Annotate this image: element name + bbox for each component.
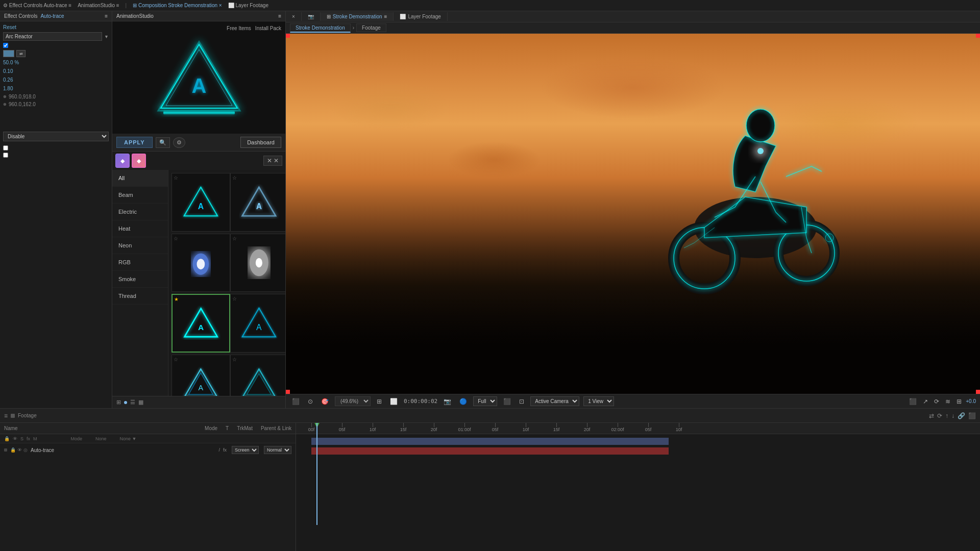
gem-tab-icon[interactable]: ◆ [115,154,130,168]
preset-item-4[interactable]: ☆ [230,234,286,292]
layer-lock-btn[interactable]: 🔒 [10,447,16,453]
star-icon-7[interactable]: ☆ [174,357,178,362]
dashboard-button[interactable]: Dashboard [240,137,281,148]
preset-item-1[interactable]: ☆ A [172,173,230,232]
screen-btn[interactable]: ⬛ [501,397,513,406]
star-icon-3[interactable]: ☆ [174,236,178,241]
solo-icon: S [20,436,23,441]
category-thread[interactable]: Thread [112,288,168,305]
layer-solo-btn[interactable]: ◎ [23,447,28,453]
sync-btn[interactable]: ⟳ [932,397,941,406]
param3-label[interactable]: 1.80 [3,86,13,91]
preset-select[interactable]: Arc Reactor [3,32,102,41]
svg-marker-8 [242,187,276,216]
star-icon-1[interactable]: ☆ [174,175,178,181]
comp-tab-close[interactable]: × [286,12,302,21]
animation-studio-tab[interactable]: AnimationStudio ≡ [78,3,119,8]
apply-button[interactable]: APPLY [116,137,153,148]
comp-tab-stroke[interactable]: ⊞ Stroke Demonstration ≡ [321,12,394,21]
color-swatch-icon[interactable] [3,50,14,57]
list-view-icon[interactable]: ☰ [130,399,135,406]
category-neon[interactable]: Neon [112,237,168,254]
comp-tab-menu[interactable]: ≡ [384,14,387,19]
layer-footage-tab[interactable]: ⬜ Layer Footage [394,12,448,21]
param2-label[interactable]: 0.26 [3,77,13,83]
star-icon-6[interactable]: ☆ [232,296,237,302]
preview-btn[interactable]: ⊙ [306,397,315,406]
tick-110f [526,423,526,427]
mode-dropdown[interactable]: Screen [232,446,259,454]
as-menu-icon[interactable]: ≡ [278,13,281,19]
reset-link[interactable]: Reset [3,24,109,30]
category-smoke[interactable]: Smoke [112,271,168,288]
size-btn[interactable]: ⊡ [517,397,526,406]
rider-container [653,64,878,319]
composition-tab[interactable]: ⊞ Composition Stroke Demonstration × [133,3,222,8]
tick-0 [311,423,312,427]
comp-tab-camera[interactable]: 📷 [302,12,321,21]
snap-btn[interactable]: ⊞ [954,397,964,406]
preset-item-6[interactable]: ☆ A [230,294,286,353]
grid2-view-icon[interactable]: ▦ [138,399,143,406]
layer-fx: fx [223,447,227,453]
star-icon-4[interactable]: ☆ [232,236,237,241]
tl-btn1[interactable]: ⇄ [929,412,934,419]
disable-select[interactable]: Disable [3,132,109,141]
toggle-view-btn[interactable]: ⬛ [290,397,302,406]
preset-item-7[interactable]: ☆ A [172,355,230,396]
preset-item-8[interactable]: ☆ [230,355,286,396]
preset-item-2[interactable]: ☆ A [230,173,286,232]
mask-btn[interactable]: 🔵 [457,397,469,406]
category-all[interactable]: All [112,170,168,187]
sub-tab-footage[interactable]: Footage [356,23,386,32]
info-btn[interactable]: 🎯 [319,397,331,406]
zoom-select[interactable]: (49.6%) [335,396,371,406]
render-btn[interactable]: ⬛ [907,397,919,406]
category-heat[interactable]: Heat [112,220,168,237]
gem2-tab-icon[interactable]: ◆ [132,154,146,168]
checkbox-1[interactable] [3,43,8,48]
motion-btn[interactable]: ≋ [943,397,952,406]
preset-svg-8 [239,363,279,396]
timeline-menu-icon[interactable]: ≡ [4,412,8,419]
effect-controls-tab[interactable]: ⚙ Effect Controls Auto-trace ≡ [3,3,71,8]
star-icon-8[interactable]: ☆ [232,357,237,362]
preset-item-5[interactable]: ★ A [172,294,230,353]
settings-circle-button[interactable]: ⚙ [173,137,185,148]
tl-btn5[interactable]: 🔗 [958,412,965,419]
channel-btn[interactable]: ⬜ [388,397,400,406]
tl-btn3[interactable]: ↑ [945,412,948,419]
timeline-left: Name Mode T TrkMat Parent & Link 🔒 👁 S f… [0,423,296,551]
panel-menu-icon[interactable]: ≡ [105,13,108,19]
normal-dropdown[interactable]: Normal [264,446,291,454]
category-electric[interactable]: Electric [112,204,168,220]
tl-btn2[interactable]: ⟳ [937,412,942,419]
tl-btn4[interactable]: ↓ [951,412,954,419]
star-icon-5[interactable]: ★ [174,296,179,302]
layer-footage-tab[interactable]: ⬜ Layer Footage [228,3,268,8]
category-rgb[interactable]: RGB [112,254,168,271]
param1-label[interactable]: 0.10 [3,68,13,74]
tools-icon-button[interactable]: ✕ ✕ [263,156,282,166]
sub-tab-stroke[interactable]: Stroke Demonstration [290,23,351,33]
close-tab-icon[interactable]: × [292,14,295,19]
checkbox-3[interactable] [3,153,8,158]
install-pack-link[interactable]: Install Pack [255,26,281,31]
quality-select[interactable]: Full [473,396,497,406]
grid-view-icon[interactable]: ⊞ [116,399,121,406]
view-select[interactable]: 1 View [583,396,614,406]
camera-select[interactable]: Active Camera [530,396,579,406]
star-icon-2[interactable]: ☆ [232,175,237,181]
camera-btn[interactable]: 📷 [442,397,453,406]
export-btn[interactable]: ↗ [921,397,930,406]
checkbox-2[interactable] [3,145,8,151]
preset-svg-5: A [181,304,220,343]
search-button[interactable]: 🔍 [156,137,170,148]
free-items-link[interactable]: Free Items [227,26,251,31]
layer-eye-btn[interactable]: 👁 [17,447,22,453]
preset-item-3[interactable]: ☆ [172,234,230,292]
mode-icon[interactable]: ⇄ [16,50,26,57]
tl-btn6[interactable]: ⬛ [968,412,976,419]
category-beam[interactable]: Beam [112,187,168,204]
fit-btn[interactable]: ⊞ [375,397,384,406]
